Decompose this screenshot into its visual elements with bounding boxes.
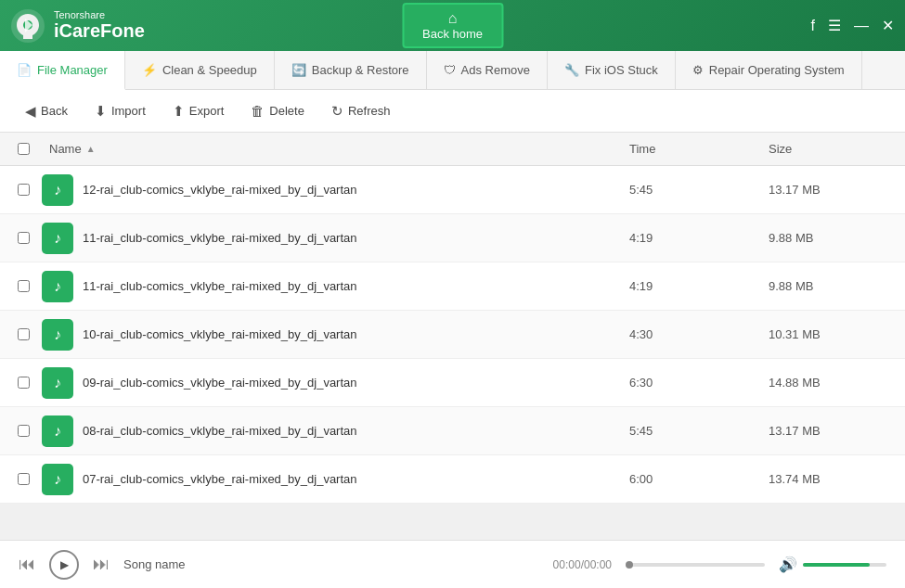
row-checkbox[interactable] — [18, 473, 30, 485]
row-time: 6:00 — [622, 472, 761, 486]
current-time: 00:00/00:00 — [553, 558, 612, 571]
file-name: 10-rai_club-comics_vklybe_rai-mixed_by_d… — [83, 327, 357, 341]
nav-tabs: 📄 File Manager ⚡ Clean & Speedup 🔄 Backu… — [0, 51, 905, 90]
select-all-checkbox[interactable] — [18, 143, 30, 155]
time-column-header: Time — [622, 142, 761, 156]
row-checkbox[interactable] — [18, 280, 30, 292]
row-size: 9.88 MB — [761, 231, 900, 245]
tab-backup-restore[interactable]: 🔄 Backup & Restore — [275, 51, 427, 89]
minimize-button[interactable]: — — [854, 18, 869, 34]
tab-repair-label: Repair Operating System — [709, 63, 845, 77]
file-name: 09-rai_club-comics_vklybe_rai-mixed_by_d… — [83, 376, 357, 390]
tab-fix-ios[interactable]: 🔧 Fix iOS Stuck — [548, 51, 676, 89]
total-time-value: 00:00 — [584, 558, 612, 571]
refresh-button[interactable]: ↻ Refresh — [320, 98, 402, 124]
file-name: 11-rai_club-comics_vklybe_rai-mixed_by_d… — [83, 231, 357, 245]
toolbar: ◀ Back ⬇ Import ⬆ Export 🗑 Delete ↻ Refr… — [0, 90, 905, 133]
volume-bar[interactable] — [803, 563, 886, 567]
music-icon: ♪ — [42, 223, 73, 254]
facebook-button[interactable]: f — [811, 18, 815, 34]
refresh-icon: ↻ — [331, 103, 343, 120]
export-icon: ⬆ — [173, 103, 185, 120]
export-button[interactable]: ⬆ Export — [162, 98, 236, 124]
music-icon: ♪ — [42, 174, 73, 206]
table-row: ♪ 09-rai_club-comics_vklybe_rai-mixed_by… — [0, 359, 905, 407]
row-checkbox[interactable] — [18, 184, 30, 196]
delete-label: Delete — [269, 104, 304, 118]
song-name: Song name — [123, 557, 539, 571]
row-name: ♪ 07-rai_club-comics_vklybe_rai-mixed_by… — [42, 464, 622, 495]
music-icon: ♪ — [42, 367, 73, 399]
close-button[interactable]: ✕ — [882, 17, 894, 34]
tab-repair-os[interactable]: ⚙ Repair Operating System — [676, 51, 862, 89]
volume-bar-fill — [803, 563, 870, 567]
row-time: 5:45 — [622, 183, 761, 197]
row-time: 5:45 — [622, 424, 761, 438]
row-checkbox-cell[interactable] — [5, 280, 42, 292]
row-name: ♪ 11-rai_club-comics_vklybe_rai-mixed_by… — [42, 271, 622, 302]
app-name: iCareFone — [54, 20, 145, 42]
app-branding: Tenorshare iCareFone — [11, 9, 145, 43]
tab-clean-label: Clean & Speedup — [162, 63, 257, 77]
row-checkbox-cell[interactable] — [5, 425, 42, 437]
title-bar: Tenorshare iCareFone ⌂ Back home f ☰ — ✕ — [0, 0, 905, 51]
row-checkbox-cell[interactable] — [5, 328, 42, 340]
row-size: 13.17 MB — [761, 183, 900, 197]
music-icon: ♪ — [42, 271, 73, 302]
row-checkbox-cell[interactable] — [5, 232, 42, 244]
row-checkbox[interactable] — [18, 425, 30, 437]
import-label: Import — [111, 104, 146, 118]
delete-icon: 🗑 — [251, 103, 265, 119]
import-icon: ⬇ — [95, 103, 107, 120]
next-button[interactable]: ⏭ — [93, 555, 110, 574]
delete-button[interactable]: 🗑 Delete — [239, 98, 316, 123]
back-home-button[interactable]: ⌂ Back home — [402, 3, 503, 48]
play-button[interactable]: ▶ — [49, 550, 79, 580]
tab-file-manager[interactable]: 📄 File Manager — [0, 51, 125, 90]
seek-bar[interactable] — [626, 563, 765, 567]
size-column-header: Size — [761, 142, 900, 156]
tab-backup-label: Backup & Restore — [312, 63, 409, 77]
row-size: 14.88 MB — [761, 376, 900, 390]
table-body: ♪ 12-rai_club-comics_vklybe_rai-mixed_by… — [0, 166, 905, 504]
music-icon: ♪ — [42, 319, 73, 351]
row-checkbox-cell[interactable] — [5, 473, 42, 485]
music-icon: ♪ — [42, 415, 73, 447]
row-checkbox-cell[interactable] — [5, 377, 42, 389]
file-table: Name ▲ Time Size ♪ 12-rai_club-comics_vk… — [0, 133, 905, 504]
table-header: Name ▲ Time Size — [0, 133, 905, 166]
back-home-label: Back home — [422, 27, 483, 41]
tab-file-manager-label: File Manager — [37, 63, 108, 77]
row-size: 13.17 MB — [761, 424, 900, 438]
tab-clean-speedup[interactable]: ⚡ Clean & Speedup — [125, 51, 275, 89]
table-row: ♪ 08-rai_club-comics_vklybe_rai-mixed_by… — [0, 407, 905, 455]
volume-area: 🔊 — [779, 556, 886, 573]
row-checkbox[interactable] — [18, 232, 30, 244]
row-checkbox[interactable] — [18, 377, 30, 389]
content-area: 📄 File Manager ⚡ Clean & Speedup 🔄 Backu… — [0, 51, 905, 588]
progress-area: 00:00/00:00 — [553, 558, 612, 571]
row-checkbox-cell[interactable] — [5, 184, 42, 196]
row-name: ♪ 11-rai_club-comics_vklybe_rai-mixed_by… — [42, 223, 622, 254]
previous-button[interactable]: ⏮ — [19, 555, 35, 574]
file-name: 07-rai_club-comics_vklybe_rai-mixed_by_d… — [83, 472, 357, 486]
back-button[interactable]: ◀ Back — [14, 98, 79, 124]
file-manager-icon: 📄 — [17, 63, 32, 77]
back-label: Back — [41, 104, 68, 118]
volume-icon: 🔊 — [779, 556, 797, 573]
row-time: 4:19 — [622, 279, 761, 293]
back-arrow-icon: ◀ — [25, 103, 36, 120]
row-checkbox[interactable] — [18, 328, 30, 340]
file-name: 11-rai_club-comics_vklybe_rai-mixed_by_d… — [83, 279, 357, 293]
row-time: 4:30 — [622, 327, 761, 341]
clean-icon: ⚡ — [142, 63, 157, 77]
player-bar: ⏮ ▶ ⏭ Song name 00:00/00:00 🔊 — [0, 540, 905, 588]
row-size: 13.74 MB — [761, 472, 900, 486]
import-button[interactable]: ⬇ Import — [84, 98, 157, 124]
row-size: 9.88 MB — [761, 279, 900, 293]
header-checkbox-cell[interactable] — [5, 143, 42, 155]
menu-button[interactable]: ☰ — [828, 17, 841, 34]
tab-ads-remove[interactable]: 🛡 Ads Remove — [427, 51, 548, 89]
file-name: 12-rai_club-comics_vklybe_rai-mixed_by_d… — [83, 183, 357, 197]
music-icon: ♪ — [42, 464, 73, 495]
